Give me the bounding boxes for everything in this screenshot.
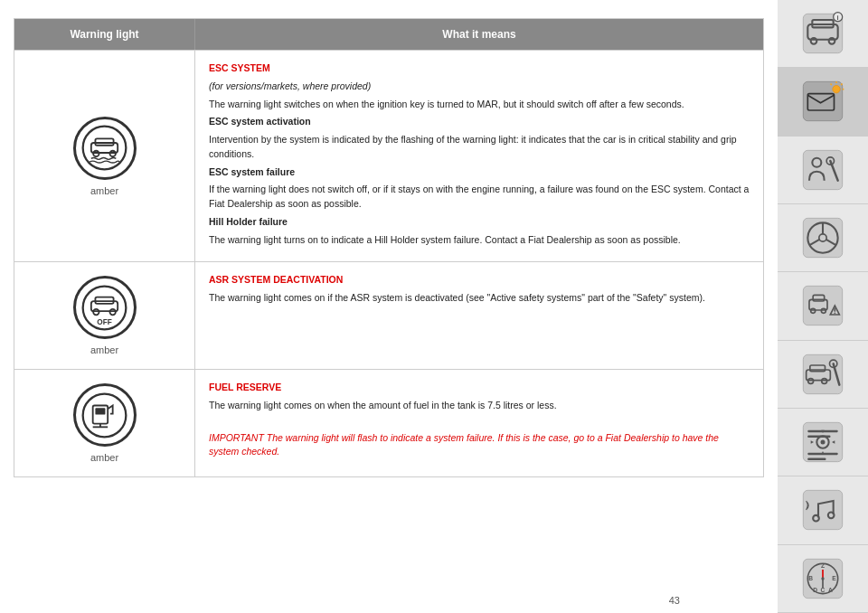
sidebar-item-hazard[interactable]	[778, 272, 868, 340]
steering-icon	[800, 215, 845, 260]
svg-line-27	[841, 84, 843, 85]
table-row: amber FUEL RESERVE The warning light com…	[14, 369, 763, 476]
fuel-body: The warning light comes on when the amou…	[209, 399, 750, 413]
asr-label: amber	[90, 344, 118, 355]
svg-text:B: B	[808, 574, 813, 580]
svg-rect-30	[803, 150, 842, 189]
svg-point-0	[83, 127, 127, 170]
hazard-road-icon	[800, 283, 845, 328]
esc-failure-body: If the warning light does not switch off…	[209, 183, 750, 212]
esc-body1: The warning light switches on when the i…	[209, 98, 750, 112]
multimedia-icon	[800, 487, 845, 533]
esc-activation-body: Intervention by the system is indicated …	[209, 133, 750, 162]
sidebar-item-steering[interactable]	[778, 204, 868, 272]
svg-point-74	[821, 577, 824, 580]
esc-activation-heading: ESC system activation	[209, 115, 750, 129]
fuel-important: IMPORTANT The warning light will flash t…	[209, 431, 750, 460]
asr-title: ASR SYSTEM DEACTIVATION	[209, 273, 750, 288]
svg-text:D: D	[813, 587, 817, 593]
hill-holder-body: The warning light turns on to indicate a…	[209, 233, 750, 248]
page-number: 43	[669, 595, 680, 606]
meaning-cell-fuel: FUEL RESERVE The warning light comes on …	[195, 370, 763, 476]
warning-cell-esc: amber	[14, 51, 195, 261]
svg-point-11	[83, 393, 127, 437]
table-row: amber ESC SYSTEM (for versions/markets, …	[14, 50, 763, 261]
settings-icon	[800, 420, 845, 465]
fuel-svg	[80, 391, 129, 440]
sidebar-item-multimedia[interactable]	[778, 476, 868, 544]
svg-point-46	[835, 313, 836, 315]
warning-table: Warning light What it means	[14, 18, 764, 477]
svg-text:C: C	[821, 587, 826, 593]
svg-rect-58	[807, 436, 830, 439]
svg-line-29	[830, 84, 832, 85]
asr-body: The warning light comes on if the ASR sy…	[209, 291, 750, 306]
meaning-cell-asr: ASR SYSTEM DEACTIVATION The warning ligh…	[195, 262, 763, 369]
asr-svg: OFF	[80, 283, 129, 333]
table-row: OFF amber ASR SYSTEM DEACTIVATION The wa…	[14, 261, 763, 369]
hill-holder-heading: Hill Holder failure	[209, 215, 750, 230]
svg-text:E: E	[832, 574, 836, 580]
svg-text:OFF: OFF	[97, 318, 112, 326]
svg-text:Z: Z	[821, 561, 825, 568]
people-service-icon	[800, 147, 845, 193]
esc-title: ESC SYSTEM	[209, 61, 750, 76]
car-info-icon: i	[800, 11, 845, 56]
esc-subtitle: (for versions/markets, where provided)	[209, 80, 750, 94]
col-warning-header: Warning light	[14, 19, 195, 50]
fuel-title: FUEL RESERVE	[209, 381, 750, 395]
col-meaning-header: What it means	[195, 19, 763, 50]
warning-cell-asr: OFF amber	[14, 262, 195, 369]
svg-point-25	[833, 86, 840, 93]
sidebar-item-warning-lights[interactable]	[778, 68, 868, 136]
asr-icon: OFF	[73, 276, 137, 339]
svg-rect-13	[95, 408, 105, 414]
car-tools-icon	[800, 352, 845, 397]
sidebar-item-car-info[interactable]: i	[778, 0, 868, 68]
svg-text:i: i	[837, 14, 839, 22]
sidebar-item-car-tools[interactable]	[778, 341, 868, 409]
warning-cell-fuel: amber	[14, 370, 195, 476]
sidebar: i	[778, 0, 868, 613]
fuel-icon	[73, 383, 137, 447]
main-content: Warning light What it means	[0, 0, 778, 613]
warning-lights-icon	[800, 79, 845, 124]
sidebar-item-map[interactable]: Z E B C A D	[778, 545, 868, 613]
sidebar-item-settings[interactable]	[778, 409, 868, 476]
svg-text:A: A	[828, 587, 833, 593]
esc-icon	[73, 117, 137, 180]
table-header: Warning light What it means	[14, 19, 763, 50]
esc-failure-heading: ESC system failure	[209, 165, 750, 180]
svg-rect-60	[807, 458, 826, 461]
svg-rect-61	[803, 491, 842, 530]
map-compass-icon: Z E B C A D	[800, 556, 845, 601]
sidebar-item-people-service[interactable]	[778, 137, 868, 204]
svg-point-56	[821, 440, 826, 445]
fuel-label: amber	[90, 452, 118, 463]
car-stability-svg	[80, 123, 129, 173]
esc-label: amber	[90, 185, 118, 196]
meaning-cell-esc: ESC SYSTEM (for versions/markets, where …	[195, 51, 763, 261]
